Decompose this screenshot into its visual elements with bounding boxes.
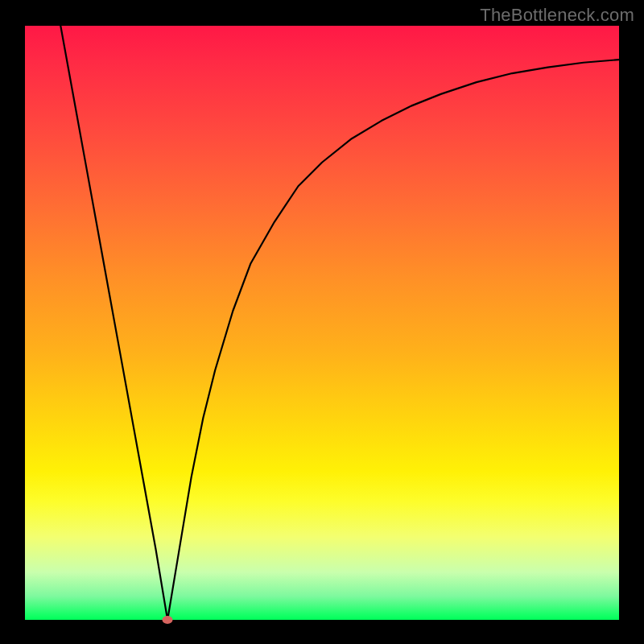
bottleneck-curve [25, 26, 619, 620]
plot-area [25, 26, 619, 620]
minimum-marker [163, 616, 173, 624]
curve-polyline [60, 26, 619, 620]
watermark-text: TheBottleneck.com [480, 5, 634, 26]
chart-frame: TheBottleneck.com [0, 0, 644, 644]
